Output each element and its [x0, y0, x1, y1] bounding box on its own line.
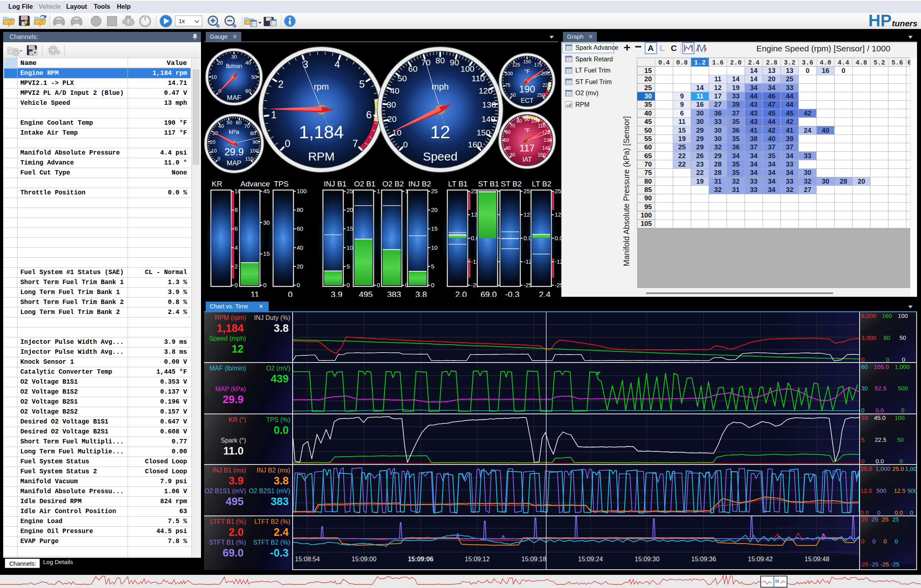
svg-text:0.0: 0.0 — [895, 509, 903, 516]
svg-text:°F: °F — [524, 68, 530, 74]
svg-text:0.0: 0.0 — [876, 407, 884, 414]
svg-text:RPM: RPM — [575, 101, 590, 108]
svg-text:30: 30 — [714, 127, 722, 134]
svg-text:38: 38 — [750, 135, 758, 143]
svg-text:43: 43 — [750, 101, 758, 108]
svg-text:0: 0 — [861, 458, 864, 465]
svg-text:3,000: 3,000 — [861, 334, 876, 341]
svg-text:43: 43 — [750, 110, 758, 117]
svg-text:-0.3: -0.3 — [505, 290, 520, 297]
svg-text:2.0: 2.0 — [730, 59, 742, 67]
svg-text:130: 130 — [482, 100, 496, 109]
svg-text:44: 44 — [750, 92, 758, 100]
svg-text:40: 40 — [822, 127, 829, 134]
svg-text:ST B2: ST B2 — [501, 180, 522, 188]
svg-text:O2 B1: O2 B1 — [354, 180, 376, 188]
svg-text:0: 0 — [263, 282, 266, 288]
svg-text:14: 14 — [750, 75, 758, 83]
svg-text:11: 11 — [679, 118, 686, 125]
svg-text:0: 0 — [377, 282, 380, 288]
svg-text:3.9: 3.9 — [331, 290, 342, 297]
svg-text:75: 75 — [644, 169, 652, 176]
svg-text:34: 34 — [768, 161, 775, 168]
svg-text:IAT: IAT — [522, 156, 532, 163]
svg-text:140: 140 — [542, 145, 550, 151]
svg-text:6: 6 — [680, 110, 684, 117]
svg-text:175: 175 — [534, 62, 542, 68]
svg-text:40: 40 — [245, 60, 251, 66]
svg-text:35: 35 — [732, 118, 740, 125]
svg-text:35: 35 — [732, 169, 740, 176]
svg-text:20: 20 — [217, 60, 222, 66]
svg-text:100: 100 — [460, 64, 474, 73]
svg-text:25: 25 — [678, 143, 686, 151]
svg-text:O2 B2: O2 B2 — [382, 180, 404, 188]
svg-text:39: 39 — [786, 135, 793, 143]
svg-text:INJ B2: INJ B2 — [408, 180, 431, 188]
svg-text:tuners: tuners — [892, 19, 917, 28]
svg-text:52.5: 52.5 — [875, 385, 886, 392]
svg-text:35: 35 — [732, 161, 740, 168]
svg-text:95: 95 — [644, 203, 652, 211]
svg-text:0: 0 — [861, 407, 864, 414]
svg-text:60: 60 — [236, 120, 241, 125]
svg-text:37: 37 — [750, 143, 758, 151]
svg-text:1.6: 1.6 — [712, 59, 724, 67]
svg-text:6: 6 — [366, 109, 372, 120]
svg-text:30: 30 — [696, 110, 704, 117]
svg-text:45: 45 — [644, 118, 652, 125]
svg-text:0: 0 — [877, 509, 880, 516]
svg-text:60: 60 — [408, 64, 417, 73]
svg-text:50: 50 — [398, 74, 407, 83]
svg-text:28: 28 — [714, 161, 722, 168]
svg-text:80: 80 — [297, 206, 303, 213]
svg-text:9: 9 — [680, 101, 684, 108]
svg-text:LT B2: LT B2 — [532, 180, 551, 188]
svg-text:0.8: 0.8 — [676, 59, 688, 67]
svg-text:0: 0 — [234, 282, 238, 288]
svg-text:35: 35 — [732, 135, 740, 143]
svg-text:50: 50 — [897, 436, 904, 443]
svg-text:22: 22 — [696, 169, 704, 176]
svg-text:60: 60 — [644, 143, 652, 151]
svg-text:ST B1: ST B1 — [478, 180, 499, 188]
svg-text:34: 34 — [786, 152, 793, 160]
svg-text:150: 150 — [538, 152, 546, 158]
svg-text:15: 15 — [678, 127, 686, 134]
svg-text:44: 44 — [786, 101, 793, 108]
svg-text:15:09:30: 15:09:30 — [635, 556, 659, 563]
svg-text:kPa: kPa — [229, 128, 240, 135]
svg-text:15:09:48: 15:09:48 — [805, 556, 829, 563]
svg-text:500: 500 — [898, 385, 908, 392]
svg-text:105: 105 — [641, 220, 652, 227]
svg-text:2.4: 2.4 — [748, 59, 760, 67]
svg-text:3.8: 3.8 — [415, 290, 427, 297]
svg-text:34: 34 — [786, 169, 793, 176]
svg-text:500: 500 — [876, 487, 886, 494]
svg-text:19: 19 — [696, 178, 704, 185]
svg-text:30: 30 — [861, 385, 868, 392]
svg-text:2.8: 2.8 — [766, 59, 777, 67]
svg-text:LT B1: LT B1 — [448, 180, 468, 188]
svg-text:30: 30 — [696, 118, 704, 125]
svg-text:22.5: 22.5 — [875, 436, 886, 443]
svg-text:100: 100 — [641, 212, 652, 219]
svg-text:rpm: rpm — [314, 82, 329, 92]
svg-text:85: 85 — [644, 186, 652, 194]
svg-text:33: 33 — [786, 161, 793, 168]
svg-text:L: L — [660, 43, 665, 53]
svg-text:42: 42 — [804, 110, 811, 117]
svg-text:15:09:00: 15:09:00 — [352, 556, 376, 563]
svg-text:lb/min: lb/min — [226, 63, 242, 69]
svg-text:32: 32 — [714, 143, 722, 151]
svg-text:20: 20 — [210, 139, 215, 145]
svg-text:1: 1 — [377, 188, 380, 194]
svg-text:1,000: 1,000 — [905, 465, 917, 472]
svg-text:50: 50 — [510, 92, 516, 98]
svg-text:36: 36 — [732, 143, 740, 151]
svg-text:A: A — [647, 43, 653, 53]
svg-text:28: 28 — [714, 169, 722, 176]
svg-text:0: 0 — [403, 140, 408, 149]
svg-text:2.0: 2.0 — [455, 290, 467, 297]
svg-text:100: 100 — [895, 414, 905, 421]
